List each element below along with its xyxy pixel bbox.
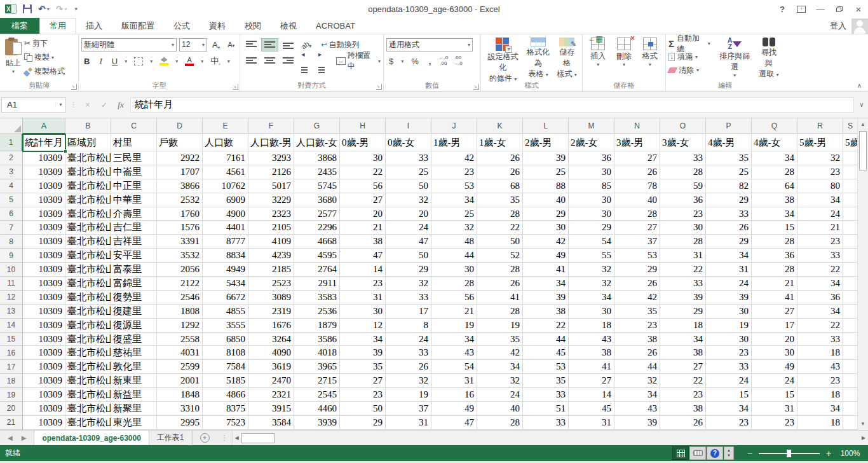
cell-F15[interactable]: 3264 bbox=[248, 333, 294, 347]
cell-B1[interactable]: 區域別 bbox=[65, 134, 111, 151]
cell-O19[interactable]: 23 bbox=[660, 388, 706, 402]
cell-K3[interactable]: 26 bbox=[477, 165, 523, 179]
cell-G6[interactable]: 2577 bbox=[294, 207, 340, 221]
cell-E14[interactable]: 3555 bbox=[203, 319, 248, 333]
cell-S11[interactable] bbox=[843, 277, 857, 291]
number-format-combo[interactable]: 通用格式▾ bbox=[386, 38, 473, 52]
cell-C9[interactable]: 安平里 bbox=[111, 249, 157, 263]
column-header-D[interactable]: D bbox=[157, 118, 203, 134]
column-header-O[interactable]: O bbox=[660, 118, 706, 134]
row-header-18[interactable]: 18 bbox=[0, 374, 23, 388]
sign-in-link[interactable]: 登入 bbox=[830, 20, 846, 32]
cell-A18[interactable]: 10309 bbox=[23, 374, 65, 388]
name-box-caret-icon[interactable]: ▾ bbox=[55, 102, 65, 107]
cell-Q13[interactable]: 27 bbox=[752, 305, 797, 319]
cell-K4[interactable]: 68 bbox=[477, 179, 523, 193]
column-header-K[interactable]: K bbox=[477, 118, 523, 134]
currency-caret-icon[interactable]: ▾ bbox=[401, 59, 403, 64]
cell-I2[interactable]: 33 bbox=[386, 151, 431, 165]
cell-P21[interactable]: 23 bbox=[706, 416, 752, 430]
cell-C1[interactable]: 村里 bbox=[111, 134, 157, 151]
cell-Q19[interactable]: 15 bbox=[752, 388, 797, 402]
cell-I19[interactable]: 19 bbox=[386, 388, 431, 402]
scroll-down-button[interactable]: ▼ bbox=[858, 418, 868, 430]
delete-cells-button[interactable]: × 刪除▾ bbox=[614, 36, 634, 81]
cell-O9[interactable]: 31 bbox=[660, 249, 706, 263]
column-header-A[interactable]: A bbox=[23, 118, 65, 134]
tab-page-layout[interactable]: 版面配置 bbox=[112, 18, 164, 34]
cell-S21[interactable] bbox=[843, 416, 857, 430]
cell-L19[interactable]: 33 bbox=[523, 388, 569, 402]
cell-D21[interactable]: 2995 bbox=[157, 416, 203, 430]
cell-O16[interactable]: 38 bbox=[660, 346, 706, 360]
cell-L9[interactable]: 49 bbox=[523, 249, 569, 263]
number-dialog-launcher[interactable]: ↘ bbox=[473, 84, 479, 90]
tab-data[interactable]: 資料 bbox=[200, 18, 235, 34]
cell-N21[interactable]: 39 bbox=[614, 416, 660, 430]
horizontal-scrollbar[interactable]: ◀ ▶ bbox=[232, 431, 868, 445]
row-header-21[interactable]: 21 bbox=[0, 416, 23, 430]
scroll-right-button[interactable]: ▶ bbox=[859, 435, 868, 441]
cell-D11[interactable]: 2122 bbox=[157, 277, 203, 291]
cell-M9[interactable]: 55 bbox=[569, 249, 614, 263]
row-header-1[interactable]: 1 bbox=[0, 134, 23, 151]
cell-L12[interactable]: 39 bbox=[523, 291, 569, 305]
cell-C2[interactable]: 三民里 bbox=[111, 151, 157, 165]
row-header-14[interactable]: 14 bbox=[0, 319, 23, 333]
cell-O14[interactable]: 18 bbox=[660, 319, 706, 333]
cell-S3[interactable] bbox=[843, 165, 857, 179]
cell-N20[interactable]: 43 bbox=[614, 402, 660, 416]
cell-O21[interactable]: 26 bbox=[660, 416, 706, 430]
cell-F20[interactable]: 3915 bbox=[248, 402, 294, 416]
align-bottom-button[interactable] bbox=[280, 38, 297, 52]
format-cells-button[interactable]: 格式▾ bbox=[640, 36, 660, 81]
fill-color-caret-icon[interactable]: ▾ bbox=[175, 59, 178, 64]
cell-P17[interactable]: 33 bbox=[706, 360, 752, 374]
cell-M12[interactable]: 34 bbox=[569, 291, 614, 305]
cell-F3[interactable]: 2126 bbox=[248, 165, 294, 179]
align-right-button[interactable] bbox=[280, 55, 297, 68]
cell-R17[interactable]: 43 bbox=[797, 360, 843, 374]
undo-button[interactable]: ↶▾ bbox=[38, 4, 50, 14]
column-header-Q[interactable]: Q bbox=[752, 118, 797, 134]
cell-P19[interactable]: 15 bbox=[706, 388, 752, 402]
cell-R13[interactable]: 34 bbox=[797, 305, 843, 319]
cell-S17[interactable] bbox=[843, 360, 857, 374]
cell-O6[interactable]: 23 bbox=[660, 207, 706, 221]
column-header-L[interactable]: L bbox=[523, 118, 569, 134]
cell-M18[interactable]: 27 bbox=[569, 374, 614, 388]
cell-P20[interactable]: 34 bbox=[706, 402, 752, 416]
cell-F4[interactable]: 5017 bbox=[248, 179, 294, 193]
scroll-left-button[interactable]: ◀ bbox=[233, 435, 241, 441]
cell-F10[interactable]: 2185 bbox=[248, 263, 294, 277]
cell-H5[interactable]: 27 bbox=[340, 193, 386, 207]
cell-A9[interactable]: 10309 bbox=[23, 249, 65, 263]
cell-C18[interactable]: 新東里 bbox=[111, 374, 157, 388]
row-header-12[interactable]: 12 bbox=[0, 291, 23, 305]
row-header-2[interactable]: 2 bbox=[0, 151, 23, 165]
cell-O13[interactable]: 29 bbox=[660, 305, 706, 319]
cell-I5[interactable]: 32 bbox=[386, 193, 431, 207]
cell-R5[interactable]: 34 bbox=[797, 193, 843, 207]
next-sheet-button[interactable]: ▶ bbox=[22, 434, 27, 441]
cell-E9[interactable]: 8834 bbox=[203, 249, 248, 263]
zoom-out-button[interactable]: − bbox=[743, 448, 756, 459]
cell-E8[interactable]: 8777 bbox=[203, 235, 248, 249]
cell-I18[interactable]: 32 bbox=[386, 374, 431, 388]
zoom-slider-thumb[interactable] bbox=[787, 450, 791, 457]
cell-Q7[interactable]: 15 bbox=[752, 221, 797, 235]
cell-Q5[interactable]: 38 bbox=[752, 193, 797, 207]
undo-caret-icon[interactable]: ▾ bbox=[47, 6, 50, 12]
cell-C16[interactable]: 慈祐里 bbox=[111, 346, 157, 360]
cell-L11[interactable]: 34 bbox=[523, 277, 569, 291]
cell-J21[interactable]: 47 bbox=[431, 416, 477, 430]
cell-K8[interactable]: 50 bbox=[477, 235, 523, 249]
cell-S16[interactable] bbox=[843, 346, 857, 360]
cell-S1[interactable]: 5歲-女 bbox=[843, 134, 857, 151]
cell-Q11[interactable]: 21 bbox=[752, 277, 797, 291]
cell-O1[interactable]: 3歲-女 bbox=[660, 134, 706, 151]
cell-G16[interactable]: 4018 bbox=[294, 346, 340, 360]
cell-P1[interactable]: 4歲-男 bbox=[706, 134, 752, 151]
cell-F16[interactable]: 4090 bbox=[248, 346, 294, 360]
zoom-level[interactable]: 100% bbox=[835, 449, 865, 458]
